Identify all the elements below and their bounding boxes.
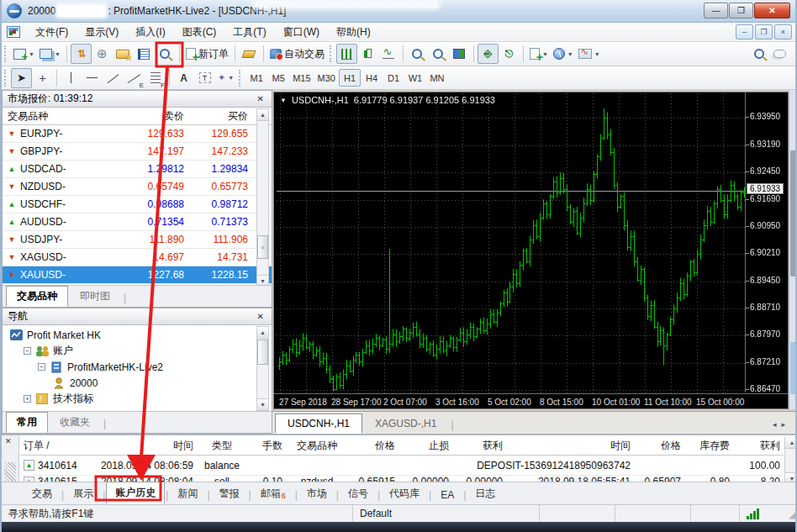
scroll-thumb[interactable]: ≡	[257, 235, 268, 259]
window-restore-button[interactable]: ❐	[729, 3, 753, 18]
market-watch-button[interactable]: ⇅	[71, 44, 92, 64]
terminal-tab-账户历史[interactable]: 账户历史	[106, 482, 165, 504]
timeframe-D1[interactable]: D1	[383, 69, 404, 87]
terminal-tab-日志[interactable]: 日志	[467, 483, 504, 504]
terminal-column-3[interactable]: 类型	[197, 439, 247, 453]
menu-item-2[interactable]: 显示(V)	[77, 23, 127, 42]
terminal-column-6[interactable]: 价格	[348, 439, 398, 453]
terminal-row-3410614[interactable]: ▲34106142018.09.14 08:06:59balanceDEPOSI…	[20, 456, 784, 476]
cursor-tool-button[interactable]: ➤	[11, 68, 32, 88]
terminal-column-12[interactable]: 获利	[733, 439, 784, 453]
chart-plot[interactable]	[277, 93, 746, 393]
terminal-column-8[interactable]: 获利	[452, 439, 506, 453]
window-close-button[interactable]: ✕	[754, 3, 790, 18]
price-axis[interactable]: 6.939506.931906.924506.916906.909506.902…	[745, 92, 788, 392]
toolbar-grip[interactable]	[239, 70, 243, 87]
terminal-tab-代码库[interactable]: 代码库	[381, 483, 428, 504]
search-button[interactable]	[748, 44, 769, 64]
tab-favorites[interactable]: 收藏夹	[49, 412, 101, 433]
market-watch-row-NZDUSD-[interactable]: ▼NZDUSD-0.657490.65773	[3, 178, 272, 196]
strategy-tester-button[interactable]	[155, 44, 176, 64]
market-watch-row-USDCAD-[interactable]: ▲USDCAD-1.298121.29834	[3, 161, 272, 178]
market-watch-scrollbar[interactable]: ▲ ≡ ▼	[256, 108, 269, 287]
terminal-tab-交易[interactable]: 交易	[24, 483, 61, 504]
resize-grip-icon[interactable]: ◢	[789, 508, 797, 520]
market-watch-row-XAUUSD-[interactable]: ▼XAUUSD-1227.681228.15	[3, 266, 272, 284]
new-order-button[interactable]: 新订单	[183, 44, 231, 64]
scroll-up-icon[interactable]: ▲	[785, 437, 797, 449]
navigator-button[interactable]	[113, 44, 134, 64]
metaeditor-button[interactable]	[239, 44, 260, 64]
expand-icon[interactable]: +	[24, 395, 31, 403]
mdi-restore-button[interactable]: ❐	[755, 24, 773, 40]
timeframe-M5[interactable]: M5	[267, 69, 289, 87]
menu-item-5[interactable]: 工具(T)	[224, 23, 274, 42]
nav-node-20000[interactable]: 20000	[3, 375, 272, 391]
horizontal-line-button[interactable]	[82, 68, 103, 88]
menu-item-1[interactable]: 文件(F)	[27, 23, 77, 42]
terminal-tab-新闻[interactable]: 新闻	[169, 483, 206, 504]
vertical-line-button[interactable]	[61, 68, 82, 88]
menu-item-6[interactable]: 窗口(W)	[275, 23, 328, 42]
nav-node-账户[interactable]: −账户	[3, 343, 272, 359]
window-minimize-button[interactable]: —	[704, 3, 728, 18]
terminal-column-7[interactable]: 止损	[398, 439, 452, 453]
terminal-tab-EA[interactable]: EA	[432, 486, 462, 504]
mdi-minimize-button[interactable]: –	[736, 24, 753, 40]
timeframe-H4[interactable]: H4	[361, 69, 383, 87]
chart-tab-xagusd[interactable]: XAGUSD-,H1	[362, 413, 449, 434]
new-chart-button[interactable]: ▼	[11, 44, 37, 64]
tab-tick-chart[interactable]: 即时图	[69, 286, 121, 307]
tab-symbols[interactable]: 交易品种	[6, 286, 68, 307]
zoom-in-button[interactable]	[407, 44, 428, 64]
shapes-button[interactable]: ✦▼	[215, 68, 236, 88]
terminal-column-4[interactable]: 手数	[247, 439, 286, 453]
market-watch-row-XAGUSD-[interactable]: ▼XAGUSD-14.69714.731	[3, 249, 272, 266]
terminal-button[interactable]	[134, 44, 155, 64]
terminal-column-1[interactable]: 订单 /	[20, 439, 94, 453]
status-profile[interactable]: Default	[353, 505, 540, 522]
timeframe-M1[interactable]: M1	[245, 69, 267, 87]
terminal-tab-警报[interactable]: 警报	[211, 483, 248, 504]
toolbar-grip[interactable]	[4, 45, 8, 62]
market-watch-close-icon[interactable]: ✕	[255, 94, 267, 103]
collapse-icon[interactable]: −	[24, 347, 31, 355]
mdi-close-button[interactable]: ×	[774, 24, 792, 40]
terminal-close-icon[interactable]: ✕	[5, 437, 12, 445]
trendline-button[interactable]	[103, 68, 124, 88]
nav-node-Profit Market HK[interactable]: Profit Market HK	[3, 327, 272, 343]
terminal-tab-市场[interactable]: 市场	[298, 483, 335, 504]
periods-button[interactable]: ▼	[551, 44, 576, 64]
crosshair-tool-button[interactable]: +	[32, 68, 53, 88]
scroll-thumb[interactable]	[790, 342, 797, 394]
terminal-tab-展示[interactable]: 展示	[65, 483, 102, 504]
terminal-column-5[interactable]: 交易品种	[286, 439, 348, 453]
nav-node-ProfitMarketHK-Live2[interactable]: −ProfitMarketHK-Live2	[3, 359, 272, 375]
market-watch-row-EURJPY-[interactable]: ▼EURJPY-129.633129.655	[3, 125, 272, 143]
chart-shift-button[interactable]: ⎋	[499, 44, 520, 64]
scroll-thumb[interactable]	[790, 150, 797, 277]
toolbar-grip[interactable]	[4, 70, 8, 87]
chart-area-scrollbar[interactable]	[789, 90, 797, 409]
terminal-column-9[interactable]: 时间	[506, 439, 634, 453]
market-watch-row-USDCHF-[interactable]: ▲USDCHF-0.986880.98712	[3, 196, 272, 213]
channel-button[interactable]: E	[124, 68, 145, 88]
templates-button[interactable]: ▼	[576, 44, 603, 64]
terminal-tab-邮箱[interactable]: 邮箱6	[252, 483, 294, 504]
scroll-down-icon[interactable]: ▼	[257, 398, 268, 410]
chevron-down-icon[interactable]: ▼	[280, 97, 287, 104]
menu-item-4[interactable]: 图表(C)	[174, 23, 225, 42]
chart-tab-scroll-icons[interactable]: ◂▸	[773, 420, 790, 429]
fibonacci-button[interactable]: F	[145, 68, 166, 88]
tile-windows-button[interactable]	[449, 44, 470, 64]
autotrade-button[interactable]: 自动交易	[267, 44, 327, 64]
bar-chart-button[interactable]	[336, 44, 357, 64]
collapse-icon[interactable]: −	[38, 363, 45, 371]
toolbar-grip[interactable]	[330, 45, 334, 62]
column-symbol[interactable]: 交易品种	[3, 109, 97, 124]
menu-item-3[interactable]: 插入(I)	[127, 23, 173, 42]
market-watch-row-USDJPY-[interactable]: ▼USDJPY-111.890111.906	[3, 231, 272, 249]
chart-tab-usdcnh[interactable]: USDCNH-,H1	[275, 413, 362, 434]
data-window-button[interactable]: ⊕	[92, 44, 113, 64]
terminal-tab-信号[interactable]: 信号	[340, 483, 377, 504]
